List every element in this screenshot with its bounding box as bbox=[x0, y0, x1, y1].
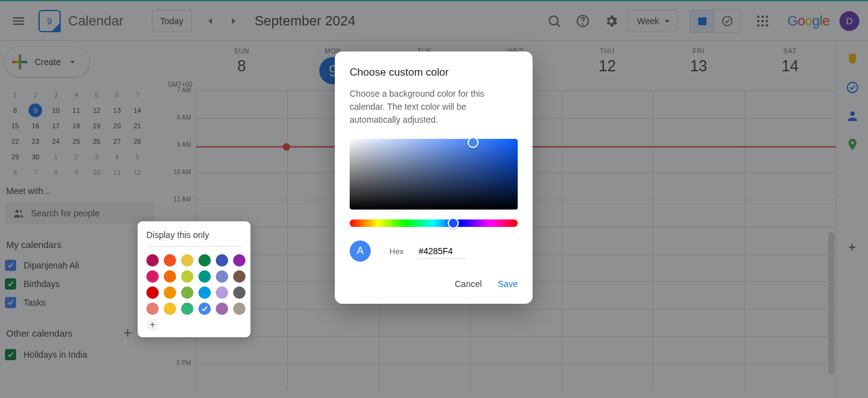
color-swatch[interactable] bbox=[198, 286, 211, 299]
color-swatch[interactable] bbox=[216, 270, 228, 283]
color-swatch[interactable] bbox=[146, 286, 159, 299]
color-swatch[interactable] bbox=[181, 254, 193, 267]
sv-color-area[interactable] bbox=[350, 139, 518, 210]
color-preview-chip: A bbox=[350, 241, 371, 262]
color-swatch[interactable] bbox=[233, 254, 246, 267]
color-popover: Display this only + bbox=[138, 221, 250, 337]
color-swatch[interactable] bbox=[146, 303, 159, 315]
custom-color-dialog: Choose custom color Choose a background … bbox=[335, 51, 533, 304]
color-swatch[interactable] bbox=[233, 270, 246, 283]
color-swatch[interactable] bbox=[164, 286, 176, 299]
display-only-option[interactable]: Display this only bbox=[146, 230, 242, 247]
add-custom-color-button[interactable]: + bbox=[146, 319, 159, 331]
color-swatch[interactable] bbox=[198, 254, 211, 267]
color-swatch[interactable] bbox=[233, 303, 246, 315]
color-swatch[interactable] bbox=[164, 303, 176, 315]
hue-slider[interactable] bbox=[350, 219, 518, 227]
dialog-title: Choose custom color bbox=[350, 66, 518, 79]
color-swatch[interactable] bbox=[233, 286, 246, 299]
color-swatch[interactable] bbox=[216, 286, 228, 299]
color-swatch[interactable] bbox=[146, 270, 159, 283]
save-button[interactable]: Save bbox=[498, 279, 518, 289]
color-swatch[interactable] bbox=[198, 270, 211, 283]
color-swatch[interactable] bbox=[181, 303, 193, 315]
sv-thumb[interactable] bbox=[467, 137, 479, 148]
dialog-description: Choose a background color for this calen… bbox=[350, 87, 518, 126]
hex-input[interactable] bbox=[417, 244, 467, 259]
color-swatch[interactable] bbox=[164, 270, 176, 283]
color-swatch[interactable] bbox=[216, 254, 228, 267]
color-swatch[interactable] bbox=[146, 254, 159, 267]
hue-thumb[interactable] bbox=[448, 218, 459, 229]
cancel-button[interactable]: Cancel bbox=[454, 279, 482, 289]
color-swatch[interactable] bbox=[198, 303, 211, 315]
color-swatch[interactable] bbox=[181, 270, 193, 283]
hex-label: Hex bbox=[389, 247, 404, 256]
color-swatch[interactable] bbox=[164, 254, 176, 267]
color-swatch[interactable] bbox=[181, 286, 193, 299]
color-swatch[interactable] bbox=[216, 303, 228, 315]
